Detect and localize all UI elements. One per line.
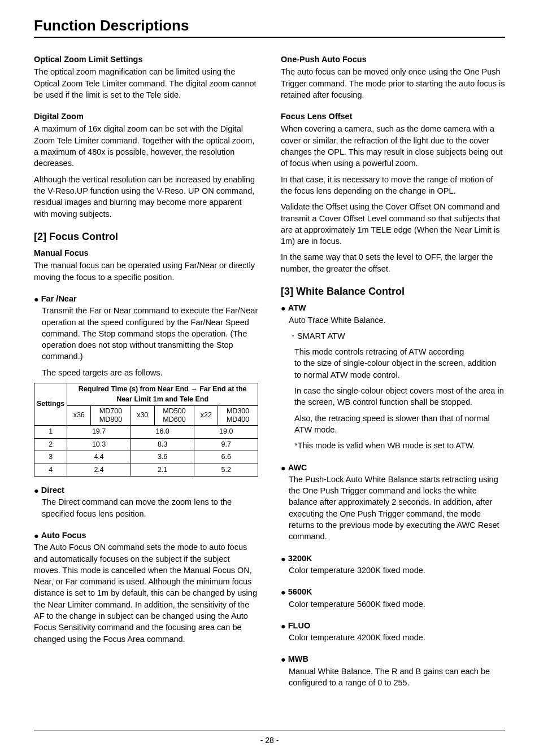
page-footer: - 28 - (34, 731, 505, 745)
atw-line1: Auto Trace White Balance. (289, 314, 505, 326)
table-col2-mult: x22 (194, 406, 218, 426)
one-push-body: The auto focus can be moved only once us… (281, 66, 505, 100)
table-cell: 2.4 (67, 464, 131, 477)
atw-smart3: In case the single-colour object covers … (294, 385, 505, 408)
table-cell: 6.6 (194, 451, 258, 464)
bullet-icon: ● (34, 485, 39, 496)
digital-zoom-body2: Although the vertical resolution can be … (34, 174, 258, 220)
table-col1-mult: x30 (131, 406, 154, 426)
awc-body: The Push-Lock Auto White Balance starts … (289, 474, 505, 543)
auto-focus-body: The Auto Focus ON command sets the mode … (34, 541, 258, 645)
far-near-label: Far /Near (41, 294, 77, 303)
table-cell: 10.3 (67, 438, 131, 451)
table-row: 1 19.7 16.0 19.0 (34, 426, 258, 439)
atw-smart: ・SMART ATW (289, 330, 505, 342)
offset-head: Focus Lens Offset (281, 111, 505, 122)
table-col0-b: MD800 (93, 416, 128, 424)
table-cell: 2.1 (131, 464, 194, 477)
k3200-label: 3200K (288, 554, 312, 563)
offset-body4: In the same way that 0 sets the level to… (281, 251, 505, 274)
digital-zoom-head: Digital Zoom (34, 111, 258, 122)
k3200-head: ●3200K (281, 553, 505, 565)
mwb-label: MWB (288, 654, 308, 663)
bullet-icon: ● (281, 587, 286, 598)
table-cell: 3 (34, 451, 67, 464)
fluo-body: Color temperature 4200K fixed mode. (289, 632, 505, 643)
mwb-head: ●MWB (281, 653, 505, 665)
table-cell: 3.6 (131, 451, 194, 464)
table-col0-mult: x36 (67, 406, 91, 426)
left-column: Optical Zoom Limit Settings The optical … (34, 54, 258, 714)
k3200-body: Color temperature 3200K fixed mode. (289, 565, 505, 576)
right-column: One-Push Auto Focus The auto focus can b… (281, 54, 505, 714)
wb-control-head: [3] White Balance Control (281, 285, 505, 299)
atw-smart5: *This mode is valid when WB mode is set … (294, 440, 505, 451)
bullet-icon: ● (34, 294, 39, 305)
table-cell: 2 (34, 438, 67, 451)
table-col1-a: MD500 (157, 407, 192, 416)
auto-focus-label: Auto Focus (41, 531, 86, 540)
direct-label: Direct (41, 486, 64, 495)
fluo-head: ●FLUO (281, 620, 505, 632)
table-cell: 5.2 (194, 464, 258, 477)
manual-focus-head: Manual Focus (34, 247, 258, 259)
table-cell: 1 (34, 426, 67, 439)
offset-body3: Validate the Offset using the Cover Offs… (281, 201, 505, 247)
k5600-body: Color temperature 5600K fixed mode. (289, 598, 505, 610)
bullet-icon: ● (281, 303, 286, 314)
table-col1-b: MD600 (157, 416, 192, 424)
table-col0-a: MD700 (93, 407, 128, 416)
table-col2-b: MD400 (220, 416, 255, 424)
optical-zoom-head: Optical Zoom Limit Settings (34, 54, 258, 65)
table-cell: 4.4 (67, 451, 131, 464)
table-row: 2 10.3 8.3 9.7 (34, 438, 258, 451)
digital-zoom-body1: A maximum of 16x digital zoom can be set… (34, 123, 258, 169)
page-title: Function Descriptions (34, 17, 505, 38)
far-near-head: ●Far /Near (34, 293, 258, 305)
table-row: 3 4.4 3.6 6.6 (34, 451, 258, 464)
bullet-icon: ● (281, 462, 286, 474)
far-near-body: Transmit the Far or Near command to exec… (42, 305, 258, 362)
k5600-head: ●5600K (281, 586, 505, 598)
optical-zoom-body: The optical zoom magnification can be li… (34, 66, 258, 100)
table-settings-label: Settings (34, 383, 67, 426)
bullet-icon: ● (281, 620, 286, 632)
auto-focus-head: ●Auto Focus (34, 530, 258, 541)
direct-head: ●Direct (34, 484, 258, 496)
offset-body2: In that case, it is necessary to move th… (281, 174, 505, 197)
mwb-body: Manual White Balance. The R and B gains … (289, 666, 505, 689)
table-cell: 4 (34, 464, 67, 477)
far-near-tail: The speed targets are as follows. (42, 367, 258, 378)
offset-body1: When covering a camera, such as the dome… (281, 123, 505, 169)
bullet-icon: ● (34, 530, 39, 541)
page-number: - 28 - (260, 736, 279, 745)
bullet-icon: ● (281, 553, 286, 565)
table-cell: 19.0 (194, 426, 258, 439)
atw-smart2: to the size of single-colour object in t… (294, 357, 505, 381)
table-col0-models: MD700 MD800 (91, 406, 131, 426)
awc-head: ●AWC (281, 462, 505, 474)
speed-table: Settings Required Time (s) from Near End… (34, 383, 258, 477)
table-col1-models: MD500 MD600 (154, 406, 194, 426)
manual-focus-body: The manual focus can be operated using F… (34, 260, 258, 283)
table-row: 4 2.4 2.1 5.2 (34, 464, 258, 477)
k5600-label: 5600K (288, 587, 312, 596)
awc-label: AWC (288, 463, 307, 472)
table-cell: 16.0 (131, 426, 194, 439)
focus-control-head: [2] Focus Control (34, 230, 258, 244)
table-top-header: Required Time (s) from Near End → Far En… (67, 383, 258, 406)
fluo-label: FLUO (288, 621, 310, 630)
atw-smart4: Also, the retracing speed is slower than… (294, 413, 505, 436)
direct-body: The Direct command can move the zoom len… (42, 496, 258, 519)
table-col2-a: MD300 (220, 407, 255, 416)
atw-smart1: This mode controls retracing of ATW acco… (294, 346, 505, 357)
bullet-icon: ● (281, 654, 286, 665)
one-push-head: One-Push Auto Focus (281, 54, 505, 65)
table-cell: 19.7 (67, 426, 131, 439)
table-cell: 8.3 (131, 438, 194, 451)
table-col2-models: MD300 MD400 (218, 406, 258, 426)
table-cell: 9.7 (194, 438, 258, 451)
atw-head: ●ATW (281, 302, 505, 314)
atw-label: ATW (288, 303, 306, 312)
